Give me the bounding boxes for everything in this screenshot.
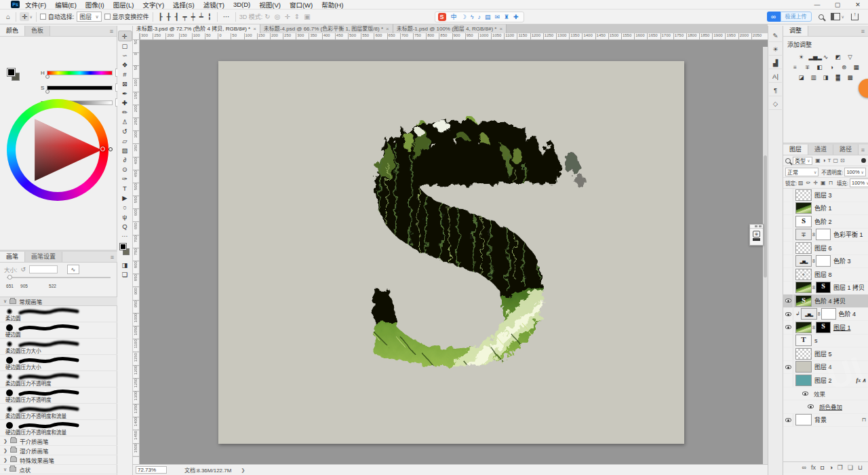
layer-filter-icon[interactable]: ◑ xyxy=(823,157,826,164)
minimize-button[interactable]: — xyxy=(807,1,827,8)
chevron-down-icon[interactable]: ∨ xyxy=(842,14,844,19)
tool-button[interactable]: ✒ xyxy=(119,88,132,98)
adjustment-icon[interactable]: ∿ xyxy=(821,53,831,61)
move-tool-icon[interactable]: ✛ xyxy=(20,12,29,21)
layers-footer-icon[interactable]: ❐ xyxy=(837,464,843,471)
visibility-toggle[interactable] xyxy=(783,242,793,254)
ime-icon[interactable]: ✚ xyxy=(513,14,519,20)
panel-strip-icon[interactable]: ◇ xyxy=(769,97,782,110)
visibility-toggle[interactable] xyxy=(806,400,814,413)
menu-item[interactable]: 编辑(E) xyxy=(55,0,77,10)
layer-name[interactable]: s xyxy=(814,337,818,344)
maximize-button[interactable]: ▢ xyxy=(827,1,848,8)
panel-menu-icon[interactable]: ≡ xyxy=(861,28,865,35)
adjustment-icon[interactable]: ▓ xyxy=(833,73,843,81)
layer-mask-thumbnail[interactable] xyxy=(816,322,831,333)
layer-name[interactable]: 色阶 3 xyxy=(833,256,851,265)
brush-item[interactable]: 柔边圆压力不透明度 xyxy=(0,371,117,387)
document-tab[interactable]: 未标题-3.psd @ 72.7% (色阶 4 拷贝, RGB/8#) * × xyxy=(133,24,260,33)
tool-button[interactable]: ❖ xyxy=(119,60,132,69)
layers-footer-icon[interactable]: ⊔ xyxy=(858,464,863,471)
layer-mask-thumbnail[interactable] xyxy=(816,255,831,267)
canvas-document[interactable]: S xyxy=(218,61,684,444)
layer-mask-thumbnail[interactable] xyxy=(821,308,836,320)
layer-mask-thumbnail[interactable] xyxy=(816,229,831,240)
tool-button[interactable]: ⊠ xyxy=(119,79,132,88)
fx-badge[interactable]: fx ∧ xyxy=(856,377,866,383)
visibility-toggle[interactable] xyxy=(783,294,793,307)
layer-row[interactable]: 图层 2 fx ∧ xyxy=(783,374,868,387)
layer-name[interactable]: 色阶 4 拷贝 xyxy=(814,297,846,305)
status-chevron-icon[interactable]: ❯ xyxy=(241,468,245,473)
filter-toggle[interactable] xyxy=(861,158,866,163)
size-slider-handle[interactable] xyxy=(7,275,12,280)
visibility-toggle[interactable] xyxy=(783,282,793,294)
layer-name[interactable]: 颜色叠加 xyxy=(819,402,842,411)
tool-button[interactable]: ✏ xyxy=(119,107,132,117)
opacity-value[interactable]: 100%∨ xyxy=(844,168,866,176)
align-icon[interactable]: ╏ xyxy=(208,13,212,20)
tool-button[interactable]: ♙ xyxy=(119,117,132,126)
layer-row[interactable]: 色阶 1 xyxy=(783,202,868,216)
layer-name[interactable]: 图层 1 拷贝 xyxy=(833,283,865,292)
tool-button[interactable]: ∽ xyxy=(119,50,132,60)
layer-name[interactable]: 背景 xyxy=(814,415,827,424)
more-options-icon[interactable]: ⋯ xyxy=(221,12,232,21)
lock-icon[interactable]: ✏ xyxy=(806,180,811,186)
brush-item[interactable]: 硬边圆压力大小 xyxy=(0,355,117,371)
layers-footer-icon[interactable]: fx xyxy=(811,464,816,471)
adjustment-icon[interactable]: ◧ xyxy=(815,63,825,71)
brush-item[interactable]: 柔边圆 xyxy=(0,306,117,322)
tab-swatches[interactable]: 色板 xyxy=(25,26,50,36)
document-tab[interactable]: 未标题-4.psd @ 66.7% (色彩平衡 1, 图层蒙版/8) * × xyxy=(260,24,393,33)
layer-name[interactable]: 图层 3 xyxy=(814,191,832,200)
tool-mode-button[interactable]: ❏ xyxy=(119,269,132,279)
layer-row[interactable]: 色阶 4 拷贝 xyxy=(783,294,868,308)
layer-name[interactable]: 图层 2 xyxy=(814,376,832,385)
tab-adjustments[interactable]: 调整 xyxy=(783,26,808,36)
align-icon[interactable]: ┨ xyxy=(175,13,179,20)
visibility-toggle[interactable] xyxy=(783,347,793,360)
adjustment-icon[interactable]: ∓ xyxy=(803,63,812,71)
document-tab[interactable]: 未标题-1.psd @ 100% (图层 4, RGB/8#) * × xyxy=(393,24,507,33)
layer-name[interactable]: 色阶 1 xyxy=(814,204,832,212)
tab-brushes[interactable]: 画笔 xyxy=(0,252,25,262)
layer-thumbnail[interactable] xyxy=(795,375,812,386)
tool-button[interactable]: T xyxy=(119,183,132,193)
stroke-preview-icon[interactable]: ∿ xyxy=(67,265,79,274)
layer-row[interactable]: 色阶 2 xyxy=(783,215,868,229)
brush-item[interactable]: 硬边圆压力不透明度 xyxy=(0,387,117,404)
menu-item[interactable]: 窗口(W) xyxy=(290,0,313,10)
layer-thumbnail[interactable] xyxy=(795,242,812,254)
tool-button[interactable]: Q xyxy=(119,221,132,231)
adjustment-icon[interactable]: ◑ xyxy=(827,63,837,71)
size-input[interactable] xyxy=(29,265,58,273)
layer-row[interactable]: 背景 ⊓ xyxy=(783,414,868,428)
layer-filter-icon[interactable]: T xyxy=(828,157,831,164)
menu-item[interactable]: 帮助(H) xyxy=(321,0,343,10)
zoom-level-input[interactable]: 72.73% xyxy=(136,466,167,474)
panel-menu-icon[interactable]: ≡ xyxy=(861,147,865,153)
align-icon[interactable]: ┠ xyxy=(159,13,163,20)
blend-mode-dropdown[interactable]: 正常∨ xyxy=(785,168,818,176)
brush-item[interactable]: 硬边圆 xyxy=(0,322,117,339)
home-icon[interactable]: ⌂ xyxy=(4,12,12,21)
menu-item[interactable]: 视图(V) xyxy=(259,0,281,10)
panel-strip-icon[interactable]: ¶ xyxy=(769,83,782,96)
ime-icon[interactable]: ✉ xyxy=(494,14,500,20)
search-icon[interactable] xyxy=(818,14,824,20)
brush-preset[interactable]: 522 xyxy=(45,282,60,289)
visibility-toggle[interactable] xyxy=(783,229,793,242)
fill-value[interactable]: 100%∨ xyxy=(850,178,868,187)
tab-close-icon[interactable]: × xyxy=(253,24,256,33)
align-icon[interactable]: ┷ xyxy=(199,13,203,20)
ruler-corner[interactable] xyxy=(133,33,140,40)
tool-button[interactable]: ▢ xyxy=(119,41,132,50)
tool-button[interactable]: ○ xyxy=(119,202,132,212)
hue-ring-marker[interactable] xyxy=(108,147,113,151)
tool-button[interactable]: ∂ xyxy=(119,155,132,164)
visibility-toggle[interactable] xyxy=(783,308,793,321)
tool-button[interactable]: ⊙ xyxy=(119,164,132,174)
slider-track[interactable] xyxy=(47,86,113,90)
brush-preset[interactable]: 905 xyxy=(17,282,31,289)
